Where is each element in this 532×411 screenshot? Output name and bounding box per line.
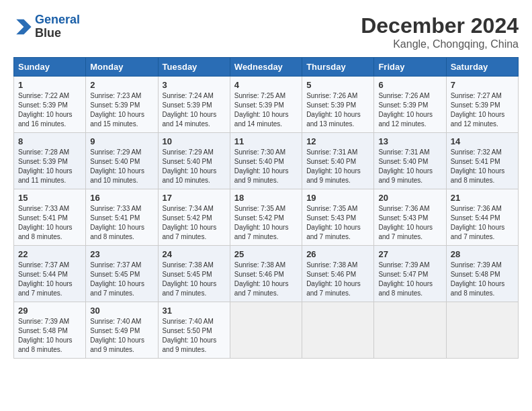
calendar-cell: 4Sunrise: 7:25 AM Sunset: 5:39 PM Daylig… xyxy=(230,77,302,133)
day-info: Sunrise: 7:35 AM Sunset: 5:42 PM Dayligh… xyxy=(234,204,298,242)
calendar-header-row: SundayMondayTuesdayWednesdayThursdayFrid… xyxy=(14,58,519,77)
day-number: 23 xyxy=(90,249,153,259)
calendar-week-1: 1Sunrise: 7:22 AM Sunset: 5:39 PM Daylig… xyxy=(14,77,519,133)
day-info: Sunrise: 7:38 AM Sunset: 5:46 PM Dayligh… xyxy=(234,261,298,298)
day-info: Sunrise: 7:23 AM Sunset: 5:39 PM Dayligh… xyxy=(90,91,153,129)
day-number: 25 xyxy=(234,249,298,259)
day-number: 4 xyxy=(234,80,298,90)
day-info: Sunrise: 7:36 AM Sunset: 5:44 PM Dayligh… xyxy=(451,204,514,242)
calendar-cell: 10Sunrise: 7:29 AM Sunset: 5:40 PM Dayli… xyxy=(158,133,230,189)
day-number: 21 xyxy=(451,193,514,203)
calendar-cell xyxy=(374,302,446,359)
day-number: 2 xyxy=(90,80,153,90)
calendar-cell: 22Sunrise: 7:37 AM Sunset: 5:44 PM Dayli… xyxy=(14,246,86,302)
day-number: 22 xyxy=(18,249,81,259)
calendar-cell: 2Sunrise: 7:23 AM Sunset: 5:39 PM Daylig… xyxy=(86,77,158,133)
calendar-cell: 28Sunrise: 7:39 AM Sunset: 5:48 PM Dayli… xyxy=(446,246,518,302)
calendar-header-thursday: Thursday xyxy=(302,58,374,77)
day-info: Sunrise: 7:30 AM Sunset: 5:40 PM Dayligh… xyxy=(234,148,298,185)
day-number: 10 xyxy=(163,136,226,146)
day-number: 9 xyxy=(90,136,153,146)
calendar-cell: 3Sunrise: 7:24 AM Sunset: 5:39 PM Daylig… xyxy=(158,77,230,133)
calendar-cell: 6Sunrise: 7:26 AM Sunset: 5:39 PM Daylig… xyxy=(374,77,446,133)
day-number: 29 xyxy=(18,306,81,316)
day-number: 1 xyxy=(18,80,81,90)
calendar-cell: 5Sunrise: 7:26 AM Sunset: 5:39 PM Daylig… xyxy=(302,77,374,133)
page-header: GeneralBlue December 2024 Kangle, Chongq… xyxy=(13,13,519,50)
day-number: 17 xyxy=(163,193,226,203)
day-number: 19 xyxy=(306,193,369,203)
day-number: 28 xyxy=(451,249,514,259)
calendar-cell: 8Sunrise: 7:28 AM Sunset: 5:39 PM Daylig… xyxy=(14,133,86,189)
day-info: Sunrise: 7:33 AM Sunset: 5:41 PM Dayligh… xyxy=(90,204,153,242)
day-info: Sunrise: 7:40 AM Sunset: 5:49 PM Dayligh… xyxy=(90,317,153,355)
calendar-cell: 14Sunrise: 7:32 AM Sunset: 5:41 PM Dayli… xyxy=(446,133,518,189)
day-info: Sunrise: 7:26 AM Sunset: 5:39 PM Dayligh… xyxy=(378,91,441,129)
day-info: Sunrise: 7:31 AM Sunset: 5:40 PM Dayligh… xyxy=(306,148,369,185)
day-info: Sunrise: 7:37 AM Sunset: 5:44 PM Dayligh… xyxy=(18,261,81,298)
day-number: 16 xyxy=(90,193,153,203)
day-number: 27 xyxy=(378,249,441,259)
day-info: Sunrise: 7:26 AM Sunset: 5:39 PM Dayligh… xyxy=(306,91,369,129)
calendar-week-3: 15Sunrise: 7:33 AM Sunset: 5:41 PM Dayli… xyxy=(14,189,519,246)
month-year: December 2024 xyxy=(361,13,519,38)
day-number: 7 xyxy=(451,80,514,90)
calendar-cell: 11Sunrise: 7:30 AM Sunset: 5:40 PM Dayli… xyxy=(230,133,302,189)
calendar-table: SundayMondayTuesdayWednesdayThursdayFrid… xyxy=(13,57,519,359)
day-number: 26 xyxy=(306,249,369,259)
calendar-header-friday: Friday xyxy=(374,58,446,77)
day-info: Sunrise: 7:31 AM Sunset: 5:40 PM Dayligh… xyxy=(378,148,441,185)
day-info: Sunrise: 7:39 AM Sunset: 5:48 PM Dayligh… xyxy=(18,317,81,355)
day-number: 20 xyxy=(378,193,441,203)
calendar-cell: 1Sunrise: 7:22 AM Sunset: 5:39 PM Daylig… xyxy=(14,77,86,133)
calendar-cell: 9Sunrise: 7:29 AM Sunset: 5:40 PM Daylig… xyxy=(86,133,158,189)
day-info: Sunrise: 7:35 AM Sunset: 5:43 PM Dayligh… xyxy=(306,204,369,242)
calendar-week-4: 22Sunrise: 7:37 AM Sunset: 5:44 PM Dayli… xyxy=(14,246,519,302)
day-number: 14 xyxy=(451,136,514,146)
calendar-cell: 26Sunrise: 7:38 AM Sunset: 5:46 PM Dayli… xyxy=(302,246,374,302)
svg-marker-0 xyxy=(16,19,31,34)
day-info: Sunrise: 7:39 AM Sunset: 5:48 PM Dayligh… xyxy=(451,261,514,298)
calendar-cell: 19Sunrise: 7:35 AM Sunset: 5:43 PM Dayli… xyxy=(302,189,374,246)
day-info: Sunrise: 7:29 AM Sunset: 5:40 PM Dayligh… xyxy=(90,148,153,185)
day-info: Sunrise: 7:38 AM Sunset: 5:45 PM Dayligh… xyxy=(163,261,226,298)
day-info: Sunrise: 7:36 AM Sunset: 5:43 PM Dayligh… xyxy=(378,204,441,242)
logo-icon xyxy=(13,17,32,36)
calendar-header-monday: Monday xyxy=(86,58,158,77)
day-number: 31 xyxy=(163,306,226,316)
day-info: Sunrise: 7:22 AM Sunset: 5:39 PM Dayligh… xyxy=(18,91,81,129)
logo: GeneralBlue xyxy=(13,13,80,40)
day-info: Sunrise: 7:38 AM Sunset: 5:46 PM Dayligh… xyxy=(306,261,369,298)
day-number: 24 xyxy=(163,249,226,259)
calendar-cell: 15Sunrise: 7:33 AM Sunset: 5:41 PM Dayli… xyxy=(14,189,86,246)
logo-text: GeneralBlue xyxy=(35,13,80,40)
day-info: Sunrise: 7:32 AM Sunset: 5:41 PM Dayligh… xyxy=(451,148,514,185)
calendar-cell: 30Sunrise: 7:40 AM Sunset: 5:49 PM Dayli… xyxy=(86,302,158,359)
calendar-cell: 24Sunrise: 7:38 AM Sunset: 5:45 PM Dayli… xyxy=(158,246,230,302)
calendar-week-5: 29Sunrise: 7:39 AM Sunset: 5:48 PM Dayli… xyxy=(14,302,519,359)
day-number: 18 xyxy=(234,193,298,203)
calendar-cell: 18Sunrise: 7:35 AM Sunset: 5:42 PM Dayli… xyxy=(230,189,302,246)
calendar-cell xyxy=(446,302,518,359)
day-info: Sunrise: 7:25 AM Sunset: 5:39 PM Dayligh… xyxy=(234,91,298,129)
day-number: 8 xyxy=(18,136,81,146)
day-info: Sunrise: 7:40 AM Sunset: 5:50 PM Dayligh… xyxy=(163,317,226,355)
calendar-cell: 13Sunrise: 7:31 AM Sunset: 5:40 PM Dayli… xyxy=(374,133,446,189)
day-number: 5 xyxy=(306,80,369,90)
calendar-cell: 31Sunrise: 7:40 AM Sunset: 5:50 PM Dayli… xyxy=(158,302,230,359)
day-info: Sunrise: 7:33 AM Sunset: 5:41 PM Dayligh… xyxy=(18,204,81,242)
day-number: 12 xyxy=(306,136,369,146)
calendar-cell: 7Sunrise: 7:27 AM Sunset: 5:39 PM Daylig… xyxy=(446,77,518,133)
day-info: Sunrise: 7:39 AM Sunset: 5:47 PM Dayligh… xyxy=(378,261,441,298)
day-info: Sunrise: 7:34 AM Sunset: 5:42 PM Dayligh… xyxy=(163,204,226,242)
day-number: 15 xyxy=(18,193,81,203)
day-info: Sunrise: 7:27 AM Sunset: 5:39 PM Dayligh… xyxy=(451,91,514,129)
calendar-cell: 21Sunrise: 7:36 AM Sunset: 5:44 PM Dayli… xyxy=(446,189,518,246)
calendar-cell: 23Sunrise: 7:37 AM Sunset: 5:45 PM Dayli… xyxy=(86,246,158,302)
day-number: 30 xyxy=(90,306,153,316)
calendar-header-wednesday: Wednesday xyxy=(230,58,302,77)
location: Kangle, Chongqing, China xyxy=(361,38,519,50)
calendar-cell: 27Sunrise: 7:39 AM Sunset: 5:47 PM Dayli… xyxy=(374,246,446,302)
day-number: 6 xyxy=(378,80,441,90)
title-block: December 2024 Kangle, Chongqing, China xyxy=(361,13,519,50)
